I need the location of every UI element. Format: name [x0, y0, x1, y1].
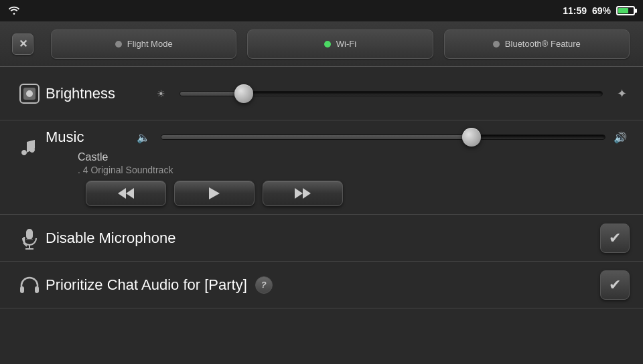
brightness-icon: [13, 78, 46, 110]
svg-marker-5: [118, 188, 126, 199]
close-button-inner[interactable]: ✕: [12, 33, 33, 55]
svg-rect-9: [26, 229, 33, 240]
brightness-low-icon: ☀: [153, 88, 169, 99]
close-icon: ✕: [19, 37, 27, 50]
music-label: Music: [46, 128, 126, 146]
battery-percent: 69%: [592, 5, 611, 16]
volume-high-icon: 🔊: [614, 131, 630, 144]
svg-marker-7: [295, 188, 303, 199]
music-note-svg: [17, 135, 42, 159]
rewind-button[interactable]: [86, 181, 166, 206]
music-volume-slider[interactable]: [161, 134, 605, 140]
music-controls: [46, 181, 630, 206]
main-content: Brightness ☀ ✦ Music 🔈: [0, 67, 643, 364]
svg-rect-15: [20, 286, 24, 293]
brightness-label: Brightness: [46, 85, 153, 102]
tab-wifi[interactable]: Wi-Fi: [247, 29, 433, 59]
svg-rect-3: [27, 142, 35, 143]
headphone-icon: [13, 269, 46, 301]
battery-icon: [616, 6, 635, 15]
music-main: Music 🔈 🔊 Castle . 4 Original Soundtrack: [46, 128, 630, 206]
music-info: Castle . 4 Original Soundtrack: [78, 151, 630, 175]
fastforward-button[interactable]: [263, 181, 343, 206]
brightness-high-icon: ✦: [614, 86, 630, 101]
microphone-label: Disable Microphone: [46, 230, 600, 247]
tab-label-bluetooth: Bluetooth® Feature: [505, 39, 581, 49]
microphone-row: Disable Microphone ✔: [0, 215, 643, 262]
status-left: [8, 6, 20, 15]
chat-label-area: Prioritize Chat Audio for [Party] ?: [46, 276, 600, 294]
volume-low-icon: 🔈: [137, 131, 153, 144]
status-right: 11:59 69%: [563, 5, 635, 16]
svg-marker-6: [209, 187, 220, 199]
help-button[interactable]: ?: [255, 276, 273, 294]
time-display: 11:59: [563, 5, 587, 16]
close-button[interactable]: ✕: [8, 29, 38, 59]
status-bar: 11:59 69%: [0, 0, 643, 21]
music-album-name: . 4 Original Soundtrack: [78, 165, 630, 175]
chat-audio-row: Prioritize Chat Audio for [Party] ? ✔: [0, 262, 643, 308]
tab-dot-wifi: [324, 41, 331, 48]
svg-marker-4: [126, 188, 134, 199]
music-row: Music 🔈 🔊 Castle . 4 Original Soundtrack: [0, 120, 643, 215]
help-icon: ?: [261, 280, 267, 290]
svg-marker-8: [303, 188, 311, 199]
tab-bluetooth[interactable]: Bluetooth® Feature: [444, 29, 630, 59]
battery-fill: [618, 8, 628, 13]
microphone-icon: [13, 222, 46, 254]
tab-label-wifi: Wi-Fi: [336, 39, 356, 49]
tab-dot-flight: [115, 41, 122, 48]
tab-label-flight: Flight Mode: [127, 39, 173, 49]
chat-audio-checkmark: ✔: [609, 276, 621, 294]
tab-dot-bluetooth: [493, 41, 500, 48]
svg-rect-16: [35, 286, 39, 293]
chat-audio-checkbox[interactable]: ✔: [600, 270, 630, 300]
mic-icon-svg: [17, 226, 42, 250]
play-button[interactable]: [174, 181, 255, 206]
brightness-slider-thumb[interactable]: [234, 84, 253, 103]
music-track-name: Castle: [78, 151, 630, 163]
svg-point-2: [26, 90, 33, 97]
tabs-container: Flight Mode Wi-Fi Bluetooth® Feature: [38, 29, 643, 59]
brightness-icon-svg: [17, 81, 42, 106]
microphone-checkmark: ✔: [609, 230, 621, 247]
music-volume-fill: [161, 135, 472, 139]
microphone-checkbox[interactable]: ✔: [600, 223, 630, 253]
music-icon: [13, 131, 46, 163]
tab-flight-mode[interactable]: Flight Mode: [51, 29, 236, 59]
brightness-slider-track[interactable]: [180, 91, 603, 96]
brightness-row: Brightness ☀ ✦: [0, 67, 643, 120]
music-volume-thumb[interactable]: [462, 128, 481, 147]
headphone-icon-svg: [17, 273, 42, 297]
wifi-icon: [8, 6, 20, 15]
music-volume-area: 🔈 🔊: [137, 131, 630, 144]
music-top: Music 🔈 🔊: [46, 128, 630, 146]
brightness-slider-area: ☀ ✦: [153, 86, 630, 101]
chat-audio-label: Prioritize Chat Audio for [Party]: [46, 276, 247, 294]
top-tabs: ✕ Flight Mode Wi-Fi Bluetooth® Feature: [0, 21, 643, 67]
